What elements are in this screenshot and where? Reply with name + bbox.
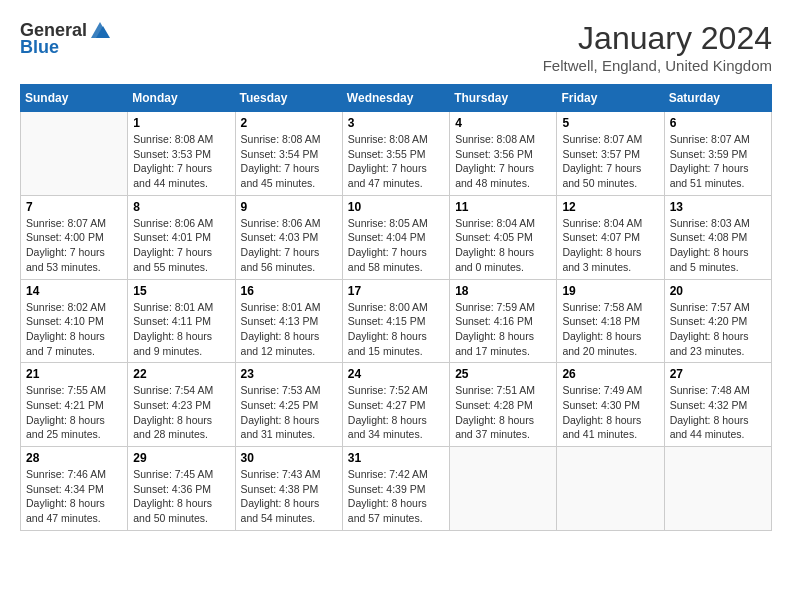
day-info: Sunrise: 7:48 AM Sunset: 4:32 PM Dayligh… xyxy=(670,383,766,442)
calendar-day-cell: 22Sunrise: 7:54 AM Sunset: 4:23 PM Dayli… xyxy=(128,363,235,447)
day-info: Sunrise: 8:07 AM Sunset: 4:00 PM Dayligh… xyxy=(26,216,122,275)
calendar-day-cell: 7Sunrise: 8:07 AM Sunset: 4:00 PM Daylig… xyxy=(21,195,128,279)
day-info: Sunrise: 8:01 AM Sunset: 4:13 PM Dayligh… xyxy=(241,300,337,359)
day-number: 19 xyxy=(562,284,658,298)
calendar-day-cell: 10Sunrise: 8:05 AM Sunset: 4:04 PM Dayli… xyxy=(342,195,449,279)
calendar-day-cell: 29Sunrise: 7:45 AM Sunset: 4:36 PM Dayli… xyxy=(128,447,235,531)
calendar-day-cell: 13Sunrise: 8:03 AM Sunset: 4:08 PM Dayli… xyxy=(664,195,771,279)
calendar-day-cell: 25Sunrise: 7:51 AM Sunset: 4:28 PM Dayli… xyxy=(450,363,557,447)
day-number: 9 xyxy=(241,200,337,214)
calendar-day-cell: 21Sunrise: 7:55 AM Sunset: 4:21 PM Dayli… xyxy=(21,363,128,447)
day-info: Sunrise: 8:06 AM Sunset: 4:01 PM Dayligh… xyxy=(133,216,229,275)
calendar-day-cell: 2Sunrise: 8:08 AM Sunset: 3:54 PM Daylig… xyxy=(235,112,342,196)
header-wednesday: Wednesday xyxy=(342,85,449,112)
day-info: Sunrise: 8:03 AM Sunset: 4:08 PM Dayligh… xyxy=(670,216,766,275)
logo-blue: Blue xyxy=(20,38,111,58)
day-info: Sunrise: 8:02 AM Sunset: 4:10 PM Dayligh… xyxy=(26,300,122,359)
day-number: 21 xyxy=(26,367,122,381)
title-block: January 2024 Feltwell, England, United K… xyxy=(543,20,772,74)
day-number: 2 xyxy=(241,116,337,130)
day-number: 22 xyxy=(133,367,229,381)
calendar-table: Sunday Monday Tuesday Wednesday Thursday… xyxy=(20,84,772,531)
calendar-day-cell: 16Sunrise: 8:01 AM Sunset: 4:13 PM Dayli… xyxy=(235,279,342,363)
day-number: 16 xyxy=(241,284,337,298)
day-info: Sunrise: 7:58 AM Sunset: 4:18 PM Dayligh… xyxy=(562,300,658,359)
day-number: 5 xyxy=(562,116,658,130)
day-number: 30 xyxy=(241,451,337,465)
day-number: 8 xyxy=(133,200,229,214)
calendar-day-cell xyxy=(664,447,771,531)
day-number: 26 xyxy=(562,367,658,381)
calendar-week-row: 7Sunrise: 8:07 AM Sunset: 4:00 PM Daylig… xyxy=(21,195,772,279)
day-info: Sunrise: 7:55 AM Sunset: 4:21 PM Dayligh… xyxy=(26,383,122,442)
calendar-day-cell xyxy=(450,447,557,531)
day-number: 17 xyxy=(348,284,444,298)
day-info: Sunrise: 8:08 AM Sunset: 3:54 PM Dayligh… xyxy=(241,132,337,191)
day-info: Sunrise: 8:08 AM Sunset: 3:56 PM Dayligh… xyxy=(455,132,551,191)
header-thursday: Thursday xyxy=(450,85,557,112)
header-saturday: Saturday xyxy=(664,85,771,112)
day-number: 7 xyxy=(26,200,122,214)
day-number: 23 xyxy=(241,367,337,381)
day-info: Sunrise: 7:54 AM Sunset: 4:23 PM Dayligh… xyxy=(133,383,229,442)
day-number: 15 xyxy=(133,284,229,298)
calendar-day-cell xyxy=(21,112,128,196)
calendar-day-cell: 11Sunrise: 8:04 AM Sunset: 4:05 PM Dayli… xyxy=(450,195,557,279)
day-info: Sunrise: 8:00 AM Sunset: 4:15 PM Dayligh… xyxy=(348,300,444,359)
header-sunday: Sunday xyxy=(21,85,128,112)
day-number: 18 xyxy=(455,284,551,298)
day-info: Sunrise: 8:01 AM Sunset: 4:11 PM Dayligh… xyxy=(133,300,229,359)
calendar-day-cell: 26Sunrise: 7:49 AM Sunset: 4:30 PM Dayli… xyxy=(557,363,664,447)
logo: General Blue xyxy=(20,20,111,58)
day-number: 24 xyxy=(348,367,444,381)
day-info: Sunrise: 7:49 AM Sunset: 4:30 PM Dayligh… xyxy=(562,383,658,442)
calendar-day-cell xyxy=(557,447,664,531)
day-info: Sunrise: 8:05 AM Sunset: 4:04 PM Dayligh… xyxy=(348,216,444,275)
day-info: Sunrise: 7:51 AM Sunset: 4:28 PM Dayligh… xyxy=(455,383,551,442)
calendar-week-row: 14Sunrise: 8:02 AM Sunset: 4:10 PM Dayli… xyxy=(21,279,772,363)
calendar-day-cell: 24Sunrise: 7:52 AM Sunset: 4:27 PM Dayli… xyxy=(342,363,449,447)
day-number: 25 xyxy=(455,367,551,381)
header-monday: Monday xyxy=(128,85,235,112)
calendar-day-cell: 5Sunrise: 8:07 AM Sunset: 3:57 PM Daylig… xyxy=(557,112,664,196)
day-number: 28 xyxy=(26,451,122,465)
day-info: Sunrise: 7:53 AM Sunset: 4:25 PM Dayligh… xyxy=(241,383,337,442)
calendar-day-cell: 15Sunrise: 8:01 AM Sunset: 4:11 PM Dayli… xyxy=(128,279,235,363)
calendar-week-row: 1Sunrise: 8:08 AM Sunset: 3:53 PM Daylig… xyxy=(21,112,772,196)
day-info: Sunrise: 7:45 AM Sunset: 4:36 PM Dayligh… xyxy=(133,467,229,526)
day-number: 6 xyxy=(670,116,766,130)
header-tuesday: Tuesday xyxy=(235,85,342,112)
calendar-day-cell: 18Sunrise: 7:59 AM Sunset: 4:16 PM Dayli… xyxy=(450,279,557,363)
calendar-day-cell: 31Sunrise: 7:42 AM Sunset: 4:39 PM Dayli… xyxy=(342,447,449,531)
day-number: 3 xyxy=(348,116,444,130)
day-info: Sunrise: 8:04 AM Sunset: 4:07 PM Dayligh… xyxy=(562,216,658,275)
calendar-day-cell: 20Sunrise: 7:57 AM Sunset: 4:20 PM Dayli… xyxy=(664,279,771,363)
calendar-day-cell: 3Sunrise: 8:08 AM Sunset: 3:55 PM Daylig… xyxy=(342,112,449,196)
calendar-day-cell: 12Sunrise: 8:04 AM Sunset: 4:07 PM Dayli… xyxy=(557,195,664,279)
calendar-header-row: Sunday Monday Tuesday Wednesday Thursday… xyxy=(21,85,772,112)
day-number: 31 xyxy=(348,451,444,465)
day-number: 20 xyxy=(670,284,766,298)
day-number: 27 xyxy=(670,367,766,381)
calendar-week-row: 21Sunrise: 7:55 AM Sunset: 4:21 PM Dayli… xyxy=(21,363,772,447)
day-info: Sunrise: 8:08 AM Sunset: 3:53 PM Dayligh… xyxy=(133,132,229,191)
calendar-day-cell: 27Sunrise: 7:48 AM Sunset: 4:32 PM Dayli… xyxy=(664,363,771,447)
month-title: January 2024 xyxy=(543,20,772,57)
day-info: Sunrise: 8:04 AM Sunset: 4:05 PM Dayligh… xyxy=(455,216,551,275)
calendar-day-cell: 1Sunrise: 8:08 AM Sunset: 3:53 PM Daylig… xyxy=(128,112,235,196)
day-number: 11 xyxy=(455,200,551,214)
calendar-day-cell: 28Sunrise: 7:46 AM Sunset: 4:34 PM Dayli… xyxy=(21,447,128,531)
calendar-day-cell: 23Sunrise: 7:53 AM Sunset: 4:25 PM Dayli… xyxy=(235,363,342,447)
day-number: 13 xyxy=(670,200,766,214)
day-info: Sunrise: 7:52 AM Sunset: 4:27 PM Dayligh… xyxy=(348,383,444,442)
day-info: Sunrise: 7:57 AM Sunset: 4:20 PM Dayligh… xyxy=(670,300,766,359)
location: Feltwell, England, United Kingdom xyxy=(543,57,772,74)
calendar-day-cell: 17Sunrise: 8:00 AM Sunset: 4:15 PM Dayli… xyxy=(342,279,449,363)
calendar-day-cell: 14Sunrise: 8:02 AM Sunset: 4:10 PM Dayli… xyxy=(21,279,128,363)
day-number: 14 xyxy=(26,284,122,298)
header-friday: Friday xyxy=(557,85,664,112)
day-info: Sunrise: 8:07 AM Sunset: 3:59 PM Dayligh… xyxy=(670,132,766,191)
calendar-day-cell: 30Sunrise: 7:43 AM Sunset: 4:38 PM Dayli… xyxy=(235,447,342,531)
day-number: 12 xyxy=(562,200,658,214)
day-info: Sunrise: 8:08 AM Sunset: 3:55 PM Dayligh… xyxy=(348,132,444,191)
